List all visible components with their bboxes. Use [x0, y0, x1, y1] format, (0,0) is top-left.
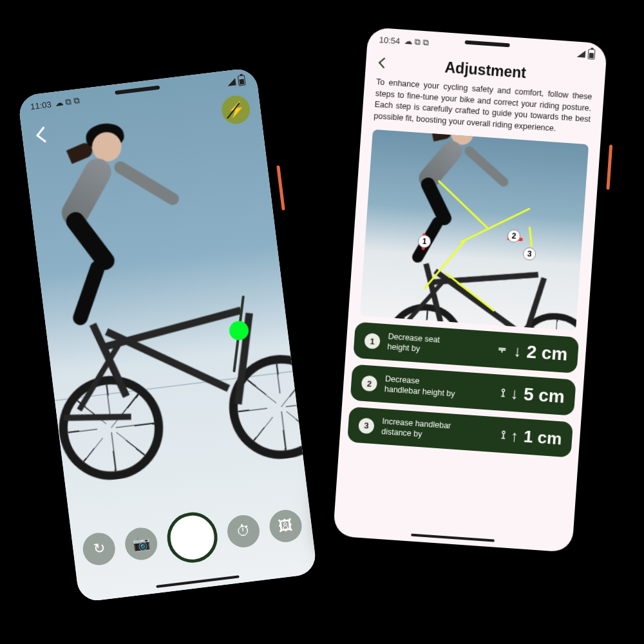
- step-value: 1 cm: [523, 427, 562, 450]
- adjustment-card[interactable]: 2 Decrease handlebar height by ⟟ ↓ 5 cm: [350, 365, 576, 416]
- analysis-photo: 1 2 3: [360, 129, 589, 331]
- battery-icon: [238, 75, 246, 86]
- down-arrow-icon: ↓: [510, 384, 519, 403]
- timer-button[interactable]: ⏱: [225, 513, 261, 549]
- switch-camera-button[interactable]: ↻: [81, 531, 117, 567]
- camera-screen: 11:03 ☁ ⧉ ⧉ ⚡ ↻ 📷 ⏱: [17, 67, 317, 602]
- signal-icon: [577, 50, 586, 57]
- timer-icon: ⏱: [236, 522, 252, 540]
- step-label: Decrease handlebar height by: [384, 375, 456, 400]
- shutter-button[interactable]: [164, 509, 220, 565]
- adjustment-card[interactable]: 1 Decrease seat height by ⫧ ↓ 2 cm: [353, 322, 579, 374]
- back-arrow-icon: [36, 126, 52, 142]
- status-indicator-icons: ☁ ⧉ ⧉: [404, 36, 429, 48]
- camera-icon: 📷: [131, 535, 151, 553]
- phone-adjustment: 10:54 ☁ ⧉ ⧉ Adjustment To enhance your c…: [323, 17, 617, 562]
- step-value: 2 cm: [526, 341, 569, 365]
- status-time: 10:54: [379, 35, 401, 46]
- up-arrow-icon: ↑: [510, 427, 519, 446]
- gallery-icon: 🖼: [278, 517, 294, 535]
- signal-icon: [227, 78, 236, 86]
- step-label: Increase handlebar distance by: [381, 417, 453, 442]
- back-button[interactable]: [32, 122, 57, 147]
- down-arrow-icon: ↓: [513, 342, 522, 361]
- battery-icon: [587, 49, 595, 60]
- switch-icon: ↻: [92, 540, 106, 558]
- cyclist-figure: [383, 185, 589, 330]
- seat-icon: ⫧: [497, 343, 509, 357]
- handlebar-icon: ⟟: [500, 386, 506, 399]
- step-number: 1: [364, 333, 381, 350]
- gallery-button[interactable]: 🖼: [268, 508, 304, 544]
- step-value: 5 cm: [523, 384, 565, 407]
- handlebar-icon: ⟟: [500, 428, 506, 442]
- status-indicator-icons: ☁ ⧉ ⧉: [54, 95, 80, 109]
- camera-mode-button[interactable]: 📷: [123, 526, 159, 562]
- flash-off-icon: ⚡: [226, 100, 245, 119]
- cyclist-figure: [35, 199, 317, 486]
- step-number: 3: [358, 417, 375, 434]
- status-time: 11:03: [30, 99, 52, 111]
- step-number: 2: [361, 375, 378, 392]
- adjustment-list: 1 Decrease seat height by ⫧ ↓ 2 cm 2 Dec…: [339, 321, 587, 466]
- home-indicator: [411, 534, 495, 542]
- adjustment-card[interactable]: 3 Increase handlebar distance by ⟟ ↑ 1 c…: [347, 406, 573, 457]
- adjustment-screen: 10:54 ☁ ⧉ ⧉ Adjustment To enhance your c…: [333, 27, 607, 553]
- step-label: Decrease seat height by: [387, 332, 459, 357]
- phone-camera: 11:03 ☁ ⧉ ⧉ ⚡ ↻ 📷 ⏱: [8, 57, 328, 613]
